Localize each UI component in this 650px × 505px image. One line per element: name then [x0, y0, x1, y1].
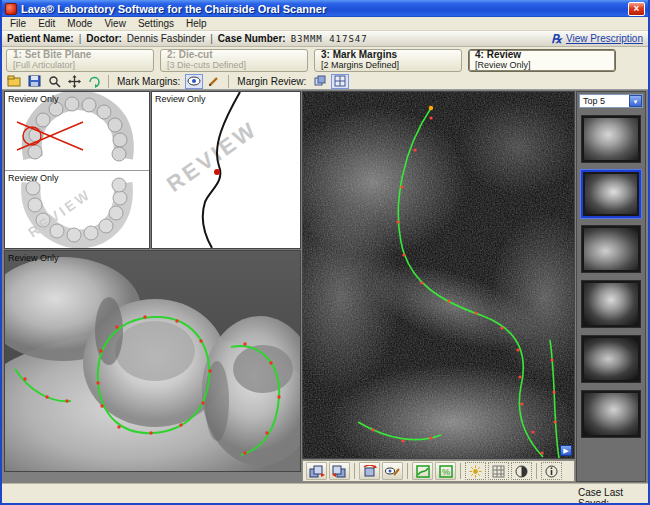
- step-subtitle: [Full Articulator]: [13, 60, 147, 70]
- step-4-review[interactable]: 4: Review [Review Only]: [468, 49, 616, 72]
- menu-mode[interactable]: Mode: [61, 17, 98, 30]
- svg-text:%: %: [442, 467, 450, 477]
- margin-curve-render: [152, 92, 300, 248]
- workflow-steps: 1: Set Bite Plane [Full Articulator] 2: …: [2, 47, 648, 73]
- case-last-saved-label: Case Last Saved:: [578, 487, 648, 505]
- info-icon[interactable]: [541, 462, 562, 480]
- scan-thumbnail-5[interactable]: [581, 335, 641, 383]
- model-3d-viewport[interactable]: Review Only: [4, 250, 301, 472]
- scan-scroll-button[interactable]: ▶: [560, 445, 572, 456]
- rotate-icon[interactable]: [85, 74, 103, 89]
- thumbnail-image: [585, 174, 637, 214]
- separator: |: [79, 33, 82, 44]
- mark-margins-label: Mark Margins:: [114, 76, 183, 87]
- margin-review-prev-icon[interactable]: [311, 74, 329, 89]
- flip-view-icon[interactable]: [359, 462, 380, 480]
- edit-margin-icon[interactable]: [382, 462, 403, 480]
- brightness-icon[interactable]: [465, 462, 486, 480]
- menu-edit[interactable]: Edit: [32, 17, 61, 30]
- lower-arch-viewport[interactable]: Review Only REVIEW: [5, 170, 149, 248]
- step-2-die-cut[interactable]: 2: Die-cut [3 Die-cuts Defined]: [160, 49, 308, 72]
- rx-icon: ℞: [551, 32, 562, 46]
- texture-icon[interactable]: [488, 462, 509, 480]
- patient-info-bar: Patient Name: | Doctor: Dennis Fasbinder…: [2, 31, 648, 47]
- thumbnail-image: [584, 228, 638, 270]
- scan-detail-render: [303, 92, 574, 458]
- margin-percent-icon[interactable]: %: [435, 462, 456, 480]
- main-toolbar: Mark Margins: Margin Review:: [2, 73, 648, 90]
- open-case-icon[interactable]: [5, 74, 23, 89]
- close-button[interactable]: ×: [628, 2, 645, 16]
- separator: |: [210, 33, 213, 44]
- title-bar: Lava® Laboratory Software for the Chairs…: [2, 0, 648, 17]
- menu-bar: File Edit Mode View Settings Help: [2, 17, 648, 31]
- app-window: Lava® Laboratory Software for the Chairs…: [0, 0, 650, 505]
- scan-thumbnail-2-selected[interactable]: [581, 170, 641, 218]
- scan-thumbnail-6[interactable]: [581, 390, 641, 438]
- toolbar-separator: [108, 75, 109, 88]
- zoom-icon[interactable]: [45, 74, 63, 89]
- show-margin-eye-icon[interactable]: [185, 74, 203, 89]
- contrast-icon[interactable]: [511, 462, 532, 480]
- toolbar-separator: [354, 463, 355, 479]
- thumbnail-image: [584, 338, 638, 380]
- menu-file[interactable]: File: [4, 17, 32, 30]
- step-subtitle: [Review Only]: [475, 60, 609, 70]
- case-number-label: Case Number:: [218, 33, 286, 44]
- menu-help[interactable]: Help: [180, 17, 213, 30]
- margin-review-next-icon[interactable]: [331, 74, 349, 89]
- step-3-mark-margins[interactable]: 3: Mark Margins [2 Margins Defined]: [314, 49, 462, 72]
- menu-settings[interactable]: Settings: [132, 17, 180, 30]
- toggle-margin-line-icon[interactable]: [412, 462, 433, 480]
- scan-thumbnail-4[interactable]: [581, 280, 641, 328]
- review-only-label: Review Only: [8, 94, 59, 104]
- menu-view[interactable]: View: [98, 17, 132, 30]
- review-only-label: Review Only: [155, 94, 206, 104]
- thumbnail-image: [584, 283, 638, 325]
- step-title: 1: Set Bite Plane: [13, 50, 147, 60]
- workspace: Review Only Re: [2, 90, 648, 483]
- scan-detail-viewport[interactable]: ▶: [302, 91, 575, 459]
- window-title: Lava® Laboratory Software for the Chairs…: [21, 3, 628, 15]
- case-number-value: B3MMM 417S47: [291, 34, 368, 44]
- step-subtitle: [3 Die-cuts Defined]: [167, 60, 301, 70]
- thumbnail-image: [584, 393, 638, 435]
- step-1-set-bite-plane[interactable]: 1: Set Bite Plane [Full Articulator]: [6, 49, 154, 72]
- scan-thumbnail-1[interactable]: [581, 115, 641, 163]
- review-only-label: Review Only: [8, 173, 59, 183]
- toolbar-separator: [536, 463, 537, 479]
- review-only-label: Review Only: [8, 253, 59, 263]
- toolbar-separator: [407, 463, 408, 479]
- arch-views-panel: Review Only Re: [4, 91, 150, 249]
- toolbar-separator: [460, 463, 461, 479]
- margin-sketch-viewport[interactable]: Review Only REVIEW: [151, 91, 301, 249]
- margin-review-label: Margin Review:: [234, 76, 309, 87]
- pan-icon[interactable]: [65, 74, 83, 89]
- thumbnail-image: [584, 118, 638, 160]
- save-case-icon[interactable]: [25, 74, 43, 89]
- upper-arch-viewport[interactable]: Review Only: [5, 92, 149, 170]
- view-upper-model-icon[interactable]: [306, 462, 327, 480]
- draw-margin-pencil-icon[interactable]: [205, 74, 223, 89]
- step-subtitle: [2 Margins Defined]: [321, 60, 455, 70]
- dropdown-arrow-icon: ▼: [629, 95, 642, 107]
- scan-thumbnail-3[interactable]: [581, 225, 641, 273]
- view-lower-model-icon[interactable]: [329, 462, 350, 480]
- step-title: 4: Review: [475, 50, 609, 60]
- step-title: 2: Die-cut: [167, 50, 301, 60]
- status-bar: Case Last Saved:: [2, 483, 648, 503]
- model-3d-render: [5, 251, 300, 471]
- doctor-value: Dennis Fasbinder: [127, 33, 205, 44]
- patient-name-label: Patient Name:: [7, 33, 74, 44]
- top5-dropdown[interactable]: Top 5 ▼: [579, 94, 643, 108]
- thumbnail-sidebar: Top 5 ▼: [576, 91, 646, 482]
- step-title: 3: Mark Margins: [321, 50, 455, 60]
- scan-control-toolbar: %: [302, 460, 575, 482]
- top5-dropdown-value: Top 5: [580, 96, 629, 106]
- app-icon: [5, 3, 17, 15]
- toolbar-separator: [228, 75, 229, 88]
- doctor-label: Doctor:: [86, 33, 122, 44]
- view-prescription-link[interactable]: View Prescription: [566, 33, 643, 44]
